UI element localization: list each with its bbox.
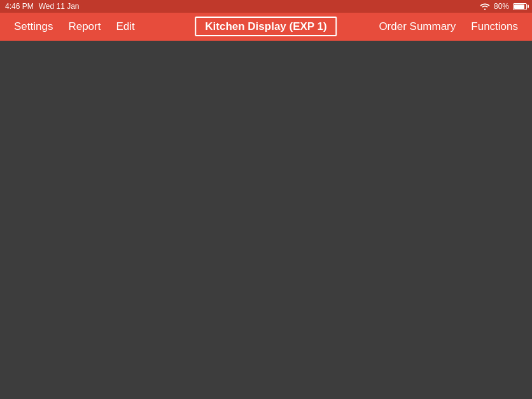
settings-button[interactable]: Settings	[6, 17, 60, 37]
wifi-icon	[480, 3, 490, 10]
date-display: Wed 11 Jan	[39, 2, 80, 11]
status-bar-right: 80%	[480, 2, 527, 11]
battery-icon	[513, 3, 527, 10]
nav-bar: Settings Report Edit Kitchen Display (EX…	[0, 13, 532, 41]
battery-percent: 80%	[494, 2, 509, 11]
nav-center: Kitchen Display (EXP 1)	[195, 20, 337, 33]
report-button[interactable]: Report	[60, 17, 108, 37]
time-display: 4:46 PM	[5, 2, 34, 11]
battery-fill	[514, 4, 524, 9]
main-content	[0, 41, 532, 399]
status-bar-left: 4:46 PM Wed 11 Jan	[5, 2, 80, 11]
status-bar: 4:46 PM Wed 11 Jan 80%	[0, 0, 532, 13]
edit-button[interactable]: Edit	[108, 17, 142, 37]
order-summary-button[interactable]: Order Summary	[371, 17, 463, 37]
nav-title: Kitchen Display (EXP 1)	[195, 17, 337, 36]
functions-button[interactable]: Functions	[463, 17, 526, 37]
